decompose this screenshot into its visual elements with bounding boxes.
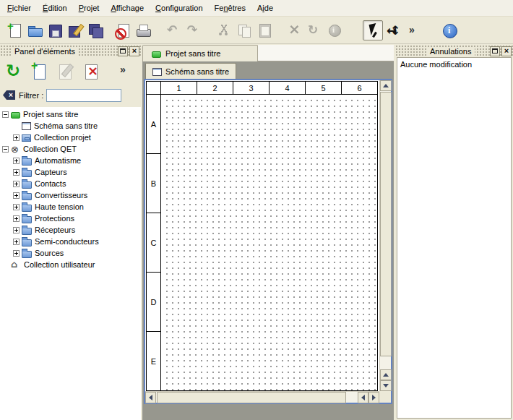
scroll-right-button[interactable] xyxy=(368,392,379,403)
tree-item[interactable]: Contacts xyxy=(0,178,141,189)
scroll-down-button[interactable] xyxy=(380,380,392,391)
tab-schema-label: Schéma sans titre xyxy=(165,67,229,76)
move-tool-button[interactable] xyxy=(383,20,403,40)
tree-item[interactable]: Automatisme xyxy=(0,155,141,166)
horizontal-scrollbar[interactable] xyxy=(145,391,379,403)
information-icon xyxy=(326,22,342,38)
collapse-icon[interactable] xyxy=(2,111,9,118)
about-info-button[interactable] xyxy=(439,20,460,40)
schema-icon xyxy=(152,68,162,76)
close-button[interactable]: × xyxy=(501,46,512,56)
tree-item-label: Convertisseurs xyxy=(32,191,87,200)
reload-collections-button[interactable] xyxy=(3,61,25,82)
scroll-up-button-2[interactable] xyxy=(380,369,392,380)
tree-item[interactable]: Schéma sans titre xyxy=(0,120,141,132)
expand-icon[interactable] xyxy=(13,169,20,176)
save-all-button[interactable] xyxy=(85,20,105,40)
tree-item[interactable]: Sources xyxy=(0,247,141,259)
close-file-button[interactable] xyxy=(113,20,133,40)
delete-button[interactable] xyxy=(283,20,303,40)
new-element-button[interactable] xyxy=(29,61,51,82)
vertical-scrollbar[interactable] xyxy=(379,80,391,391)
close-icon: × xyxy=(504,47,509,55)
tree-item[interactable]: Convertisseurs xyxy=(0,189,141,201)
expand-icon[interactable] xyxy=(13,250,20,257)
menu-affichage[interactable]: Affichage xyxy=(105,0,150,16)
copy-button[interactable] xyxy=(234,20,254,40)
undo-empty-text: Aucune modification xyxy=(397,58,511,71)
home-icon xyxy=(11,260,21,270)
elements-overflow-button[interactable] xyxy=(115,61,137,82)
new-document-icon xyxy=(7,22,22,38)
menu-fichier[interactable]: Fichier xyxy=(1,0,37,16)
tree-item-label: Automatisme xyxy=(32,156,81,165)
arrow-left-icon xyxy=(361,395,365,400)
edit-element-button[interactable] xyxy=(55,61,77,82)
tree-item[interactable]: Protections xyxy=(0,213,141,224)
tab-project[interactable]: Projet sans titre xyxy=(142,45,258,61)
tree-item[interactable]: Haute tension xyxy=(0,201,141,213)
menu-configuration[interactable]: Configuration xyxy=(150,0,208,16)
diagram-canvas[interactable]: 123456 ABCDE xyxy=(145,80,379,391)
redo-button[interactable] xyxy=(184,20,204,40)
tree-item[interactable]: Projet sans titre xyxy=(0,108,141,120)
horizontal-scroll-thumb[interactable] xyxy=(157,392,346,403)
menu-edition[interactable]: Édition xyxy=(37,0,73,16)
diagram-view: 123456 ABCDE xyxy=(144,79,392,404)
scroll-left-button[interactable] xyxy=(145,392,156,403)
toolbar-overflow-button[interactable] xyxy=(403,20,423,40)
tree-item-label: Collection projet xyxy=(31,133,91,142)
close-button[interactable]: × xyxy=(129,46,139,56)
print-button[interactable] xyxy=(133,20,153,40)
elements-panel-titlebar[interactable]: Panel d'éléments × xyxy=(0,45,141,57)
new-document-button[interactable] xyxy=(4,20,25,40)
save-as-button[interactable] xyxy=(65,20,85,40)
expand-icon[interactable] xyxy=(13,215,20,222)
information-button[interactable] xyxy=(324,20,344,40)
scroll-left-button-2[interactable] xyxy=(358,392,368,403)
select-tool-button[interactable] xyxy=(363,20,383,40)
tree-item[interactable]: Récepteurs xyxy=(0,224,141,236)
expand-icon[interactable] xyxy=(13,134,20,141)
tree-item[interactable]: Semi-conducteurs xyxy=(0,236,141,247)
tree-item[interactable]: Collection projet xyxy=(0,132,141,143)
row-header: E xyxy=(147,332,161,391)
expand-icon[interactable] xyxy=(13,227,20,233)
undo-history-list[interactable]: Aucune modification xyxy=(397,57,512,419)
collapse-icon[interactable] xyxy=(2,146,9,153)
expand-icon[interactable] xyxy=(13,192,20,199)
cut-button[interactable] xyxy=(214,20,234,40)
tree-item[interactable]: Capteurs xyxy=(0,166,141,178)
scroll-up-button[interactable] xyxy=(380,80,392,91)
delete-element-button[interactable] xyxy=(81,61,103,82)
float-button[interactable] xyxy=(118,46,128,56)
expand-icon[interactable] xyxy=(13,239,20,245)
tree-item[interactable]: Collection QET xyxy=(0,143,141,155)
tree-item-label: Schéma sans titre xyxy=(31,121,98,130)
rotate-button[interactable] xyxy=(303,20,324,40)
filter-input[interactable] xyxy=(46,89,121,102)
open-document-button[interactable] xyxy=(25,20,45,40)
clear-filter-icon[interactable] xyxy=(3,89,16,102)
undo-button[interactable] xyxy=(163,20,184,40)
grid-area[interactable] xyxy=(162,95,377,390)
about-info-icon xyxy=(441,22,457,38)
vertical-scroll-thumb[interactable] xyxy=(380,92,392,356)
undo-panel-titlebar[interactable]: Annulations × xyxy=(395,45,513,57)
folder-icon xyxy=(22,158,32,166)
expand-icon[interactable] xyxy=(13,204,20,210)
expand-icon[interactable] xyxy=(13,158,20,164)
menu-aide[interactable]: Aide xyxy=(251,0,279,16)
save-button[interactable] xyxy=(45,20,65,40)
tree-item[interactable]: Collection utilisateur xyxy=(0,259,141,270)
float-button[interactable] xyxy=(490,46,500,56)
delete-icon xyxy=(285,22,301,38)
menu-projet[interactable]: Projet xyxy=(73,0,105,16)
tree-item-label: Sources xyxy=(32,249,64,257)
save-icon xyxy=(47,22,63,38)
menu-fenetres[interactable]: Fenêtres xyxy=(209,0,251,16)
tree-item-label: Récepteurs xyxy=(32,226,75,234)
tab-schema[interactable]: Schéma sans titre xyxy=(145,63,236,79)
paste-button[interactable] xyxy=(254,20,275,40)
expand-icon[interactable] xyxy=(13,181,20,187)
